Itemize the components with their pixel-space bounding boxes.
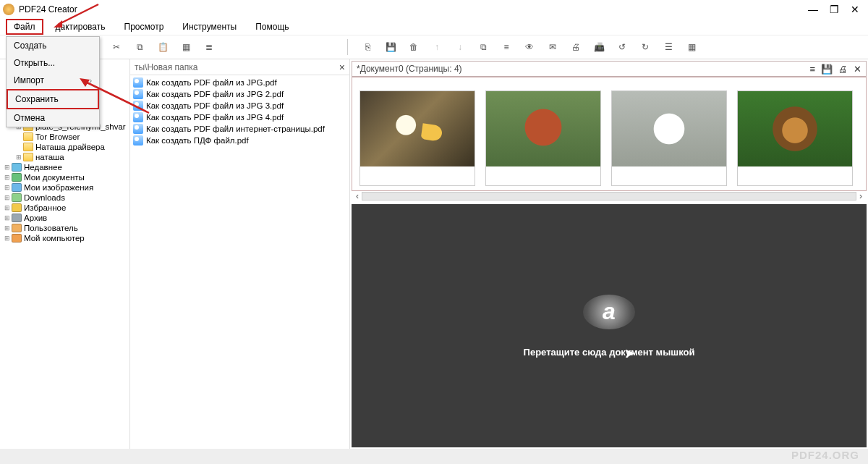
app-icon <box>3 4 14 15</box>
menu-help[interactable]: Помощь <box>249 20 295 33</box>
arrow-down-icon[interactable]: ↓ <box>452 39 468 55</box>
new-doc-icon[interactable]: ⎘ <box>359 39 375 55</box>
file-list: Как создать PDF файл из JPG.pdfКак созда… <box>130 75 349 148</box>
file-name: Как создать PDF файл интернет-страницы.p… <box>146 125 325 133</box>
file-menu-open[interactable]: Открыть... <box>7 54 99 72</box>
fax-icon[interactable]: 📠 <box>591 39 607 55</box>
svg-marker-1 <box>54 20 62 28</box>
file-row[interactable]: Как создать PDF файл из JPG 2.pdf <box>133 88 346 100</box>
tree-item[interactable]: ⊞Пользователь <box>0 223 129 233</box>
thumb-scrollbar[interactable]: ‹ › <box>352 191 867 204</box>
file-pane: ты\Новая папка × Как создать PDF файл из… <box>130 59 350 449</box>
scroll-right-icon[interactable]: › <box>859 191 862 201</box>
page-thumb-3[interactable] <box>611 90 727 186</box>
tree-item[interactable]: ⊞Архив <box>0 213 129 223</box>
tree-item-label: Downloads <box>24 193 65 202</box>
save-icon[interactable]: 💾 <box>383 39 399 55</box>
file-menu-create[interactable]: Создать <box>7 37 99 54</box>
page-thumb-4[interactable] <box>737 90 853 186</box>
tree-docs-icon <box>12 173 22 182</box>
path-text: ты\Новая папка <box>135 62 197 72</box>
app-window: PDF24 Creator — ❐ ✕ Файл дактировать Про… <box>0 0 868 449</box>
tree-images-icon <box>12 183 22 192</box>
content-area: ⊞plate_s_relefnymi_shvarTor BrowserНаташ… <box>0 59 868 449</box>
document-pane: *Документ0 (Страницы: 4) ≡💾🖨✕ ‹ › a ➤ Пе… <box>350 59 868 449</box>
tree-item[interactable]: ⊞Мои изображения <box>0 182 129 193</box>
grid-icon[interactable]: ▦ <box>178 39 194 55</box>
file-name: Как создать PDF файл из JPG 4.pdf <box>146 113 284 122</box>
tree-expand-icon[interactable]: ⊞ <box>3 224 12 232</box>
file-row[interactable]: Как создать PDF файл из JPG.pdf <box>133 77 346 88</box>
menu-view[interactable]: Просмотр <box>118 20 171 33</box>
menu-file[interactable]: Файл <box>6 19 43 35</box>
list-icon[interactable]: ≣ <box>201 39 217 55</box>
file-row[interactable]: Как создать PDF файл интернет-страницы.p… <box>133 123 346 135</box>
tree-item-label: Пользователь <box>24 224 78 232</box>
tree-expand-icon[interactable]: ⊞ <box>3 204 12 211</box>
tiles-icon[interactable]: ▦ <box>684 39 699 55</box>
eye-icon[interactable]: 👁 <box>522 39 537 55</box>
cursor-icon: ➤ <box>624 345 635 361</box>
copy-icon[interactable]: ⧉ <box>132 39 148 55</box>
tree-expand-icon[interactable]: ⊞ <box>3 214 12 222</box>
page-thumb-2-image <box>486 91 600 166</box>
mail-icon[interactable]: ✉ <box>545 39 561 55</box>
tree-archive-icon <box>12 214 22 222</box>
arrow-up-icon[interactable]: ↑ <box>429 39 445 55</box>
tree-expand-icon[interactable]: ⊞ <box>3 194 12 201</box>
close-button[interactable]: ✕ <box>851 4 859 14</box>
tree-expand-icon[interactable]: ⊞ <box>14 153 23 161</box>
print-icon[interactable]: 🖨 <box>838 64 848 75</box>
tree-item-label: наташа <box>35 153 64 161</box>
tree-item[interactable]: ⊞Мой компьютер <box>0 233 129 243</box>
tree-item[interactable]: ⊞Мои документы <box>0 172 129 182</box>
window-controls: — ❐ ✕ <box>808 4 859 14</box>
menu-tools[interactable]: Инструменты <box>176 20 243 33</box>
tree-item-label: Недавнее <box>24 163 62 172</box>
document-header: *Документ0 (Страницы: 4) ≡💾🖨✕ <box>352 61 867 77</box>
right-toolbar: ⎘💾🗑↑↓⧉≡👁✉🖨📠↺↻☰▦ <box>347 39 868 55</box>
delete-icon[interactable]: 🗑 <box>406 39 422 55</box>
tree-item[interactable]: Tor Browser <box>0 132 129 142</box>
file-name: Как создать ПДФ файл.pdf <box>146 136 249 145</box>
tree-computer-icon <box>12 234 22 242</box>
tree-expand-icon[interactable]: ⊞ <box>3 164 12 171</box>
link-icon[interactable]: ⧉ <box>475 39 491 55</box>
tree-expand-icon[interactable]: ⊞ <box>3 184 12 191</box>
tree-item[interactable]: ⊞наташа <box>0 152 129 162</box>
rotate-left-icon[interactable]: ↺ <box>614 39 630 55</box>
tree-item[interactable]: ⊞Downloads <box>0 193 129 203</box>
tree-expand-icon[interactable]: ⊞ <box>3 174 12 181</box>
file-row[interactable]: Как создать ПДФ файл.pdf <box>133 135 346 146</box>
clipboard-icon[interactable]: 📋 <box>155 39 171 55</box>
minimize-button[interactable]: — <box>808 4 818 14</box>
file-row[interactable]: Как создать PDF файл из JPG 4.pdf <box>133 111 346 123</box>
tree-item-label: Tor Browser <box>35 132 80 141</box>
thumbnail-strip[interactable] <box>352 77 867 191</box>
tree-item[interactable]: ⊞Избранное <box>0 203 129 213</box>
drop-zone[interactable]: a ➤ Перетащите сюда документ мышкой <box>352 204 867 447</box>
svg-line-0 <box>58 4 98 25</box>
close-icon[interactable]: ✕ <box>854 64 861 75</box>
tree-downloads-icon <box>12 193 22 202</box>
tree-item-label: Избранное <box>24 203 66 212</box>
page-thumb-2[interactable] <box>485 90 601 186</box>
tree-expand-icon[interactable]: ⊞ <box>3 235 12 242</box>
print-icon[interactable]: 🖨 <box>568 39 584 55</box>
save-icon[interactable]: 💾 <box>821 64 833 75</box>
scissors-icon[interactable]: ✂ <box>109 39 124 55</box>
document-title: *Документ0 (Страницы: 4) <box>357 64 462 74</box>
page-thumb-1[interactable] <box>359 90 475 186</box>
maximize-button[interactable]: ❐ <box>830 4 839 14</box>
tree-item[interactable]: Наташа драйвера <box>0 142 129 152</box>
tree-item[interactable]: ⊞Недавнее <box>0 162 129 172</box>
properties-icon[interactable]: ☰ <box>660 39 676 55</box>
stream-icon[interactable]: ≡ <box>498 39 514 55</box>
scroll-track[interactable] <box>362 192 856 201</box>
menu-icon[interactable]: ≡ <box>809 64 815 75</box>
page-thumb-1-image <box>360 91 475 166</box>
rotate-right-icon[interactable]: ↻ <box>637 39 653 55</box>
path-close-icon[interactable]: × <box>339 62 345 73</box>
file-row[interactable]: Как создать PDF файл из JPG 3.pdf <box>133 100 346 111</box>
scroll-left-icon[interactable]: ‹ <box>356 191 359 201</box>
